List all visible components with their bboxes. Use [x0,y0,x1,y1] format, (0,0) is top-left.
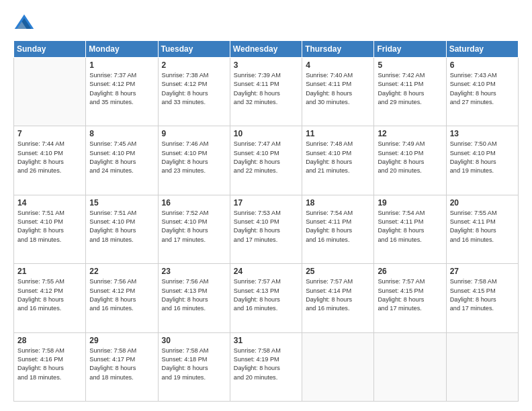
day-number: 9 [162,129,226,138]
header [13,12,519,34]
day-cell [374,332,446,401]
day-number: 1 [89,60,154,70]
day-number: 18 [306,198,370,208]
day-cell [302,332,374,401]
day-cell: 1Sunrise: 7:37 AM Sunset: 4:12 PM Daylig… [86,58,158,126]
day-info: Sunrise: 7:57 AM Sunset: 4:15 PM Dayligh… [378,277,442,313]
logo-icon [13,12,35,34]
day-number: 11 [306,129,370,138]
weekday-tuesday: Tuesday [158,41,230,58]
day-cell: 21Sunrise: 7:55 AM Sunset: 4:12 PM Dayli… [14,264,86,332]
day-info: Sunrise: 7:40 AM Sunset: 4:11 PM Dayligh… [306,71,370,107]
day-info: Sunrise: 7:54 AM Sunset: 4:11 PM Dayligh… [306,209,370,244]
day-cell: 13Sunrise: 7:50 AM Sunset: 4:10 PM Dayli… [446,126,518,195]
day-info: Sunrise: 7:47 AM Sunset: 4:10 PM Dayligh… [234,140,298,175]
day-info: Sunrise: 7:51 AM Sunset: 4:10 PM Dayligh… [17,209,82,244]
day-info: Sunrise: 7:42 AM Sunset: 4:11 PM Dayligh… [378,71,442,107]
day-cell: 27Sunrise: 7:58 AM Sunset: 4:15 PM Dayli… [446,264,518,332]
weekday-thursday: Thursday [302,41,374,58]
day-number: 24 [234,267,298,276]
day-cell: 26Sunrise: 7:57 AM Sunset: 4:15 PM Dayli… [374,264,446,332]
day-info: Sunrise: 7:58 AM Sunset: 4:16 PM Dayligh… [17,347,82,382]
day-cell [14,58,86,126]
weekday-saturday: Saturday [446,41,518,58]
day-info: Sunrise: 7:54 AM Sunset: 4:11 PM Dayligh… [378,209,442,244]
day-cell: 28Sunrise: 7:58 AM Sunset: 4:16 PM Dayli… [14,332,86,401]
day-cell: 24Sunrise: 7:57 AM Sunset: 4:13 PM Dayli… [230,264,302,332]
day-number: 10 [234,129,298,138]
day-cell: 18Sunrise: 7:54 AM Sunset: 4:11 PM Dayli… [302,195,374,263]
weekday-header-row: SundayMondayTuesdayWednesdayThursdayFrid… [14,41,519,58]
day-info: Sunrise: 7:58 AM Sunset: 4:19 PM Dayligh… [234,347,298,382]
day-cell: 8Sunrise: 7:45 AM Sunset: 4:10 PM Daylig… [86,126,158,195]
weekday-sunday: Sunday [14,41,86,58]
day-number: 26 [378,267,442,276]
day-number: 17 [234,198,298,208]
day-cell: 3Sunrise: 7:39 AM Sunset: 4:11 PM Daylig… [230,58,302,126]
week-row-5: 28Sunrise: 7:58 AM Sunset: 4:16 PM Dayli… [14,332,519,401]
weekday-friday: Friday [374,41,446,58]
day-number: 30 [162,336,226,345]
day-number: 20 [450,198,515,208]
day-cell: 5Sunrise: 7:42 AM Sunset: 4:11 PM Daylig… [374,58,446,126]
day-number: 21 [17,267,82,276]
day-info: Sunrise: 7:55 AM Sunset: 4:12 PM Dayligh… [17,277,82,313]
day-info: Sunrise: 7:55 AM Sunset: 4:11 PM Dayligh… [450,209,515,244]
day-info: Sunrise: 7:57 AM Sunset: 4:13 PM Dayligh… [234,277,298,313]
day-info: Sunrise: 7:49 AM Sunset: 4:10 PM Dayligh… [378,140,442,175]
day-number: 4 [306,60,370,70]
day-info: Sunrise: 7:46 AM Sunset: 4:10 PM Dayligh… [162,140,226,175]
day-cell: 25Sunrise: 7:57 AM Sunset: 4:14 PM Dayli… [302,264,374,332]
day-number: 22 [89,267,154,276]
day-number: 12 [378,129,442,138]
day-number: 25 [306,267,370,276]
calendar-table: SundayMondayTuesdayWednesdayThursdayFrid… [13,40,519,402]
day-number: 2 [162,60,226,70]
day-number: 19 [378,198,442,208]
day-cell: 23Sunrise: 7:56 AM Sunset: 4:13 PM Dayli… [158,264,230,332]
day-cell: 2Sunrise: 7:38 AM Sunset: 4:12 PM Daylig… [158,58,230,126]
day-info: Sunrise: 7:58 AM Sunset: 4:15 PM Dayligh… [450,277,515,313]
day-number: 14 [17,198,82,208]
day-number: 15 [89,198,154,208]
page: SundayMondayTuesdayWednesdayThursdayFrid… [0,0,532,411]
day-info: Sunrise: 7:37 AM Sunset: 4:12 PM Dayligh… [89,71,154,107]
day-number: 27 [450,267,515,276]
day-info: Sunrise: 7:45 AM Sunset: 4:10 PM Dayligh… [89,140,154,175]
day-info: Sunrise: 7:58 AM Sunset: 4:18 PM Dayligh… [162,347,226,382]
week-row-4: 21Sunrise: 7:55 AM Sunset: 4:12 PM Dayli… [14,264,519,332]
day-info: Sunrise: 7:38 AM Sunset: 4:12 PM Dayligh… [162,71,226,107]
day-info: Sunrise: 7:56 AM Sunset: 4:12 PM Dayligh… [89,277,154,313]
day-cell: 22Sunrise: 7:56 AM Sunset: 4:12 PM Dayli… [86,264,158,332]
day-number: 23 [162,267,226,276]
day-info: Sunrise: 7:52 AM Sunset: 4:10 PM Dayligh… [162,209,226,244]
day-cell: 10Sunrise: 7:47 AM Sunset: 4:10 PM Dayli… [230,126,302,195]
day-number: 7 [17,129,82,138]
day-cell: 11Sunrise: 7:48 AM Sunset: 4:10 PM Dayli… [302,126,374,195]
day-cell: 16Sunrise: 7:52 AM Sunset: 4:10 PM Dayli… [158,195,230,263]
day-cell: 14Sunrise: 7:51 AM Sunset: 4:10 PM Dayli… [14,195,86,263]
day-info: Sunrise: 7:48 AM Sunset: 4:10 PM Dayligh… [306,140,370,175]
day-cell: 7Sunrise: 7:44 AM Sunset: 4:10 PM Daylig… [14,126,86,195]
day-number: 3 [234,60,298,70]
day-info: Sunrise: 7:58 AM Sunset: 4:17 PM Dayligh… [89,347,154,382]
logo [13,12,38,34]
day-cell: 20Sunrise: 7:55 AM Sunset: 4:11 PM Dayli… [446,195,518,263]
week-row-3: 14Sunrise: 7:51 AM Sunset: 4:10 PM Dayli… [14,195,519,263]
weekday-monday: Monday [86,41,158,58]
weekday-wednesday: Wednesday [230,41,302,58]
day-info: Sunrise: 7:56 AM Sunset: 4:13 PM Dayligh… [162,277,226,313]
day-cell: 19Sunrise: 7:54 AM Sunset: 4:11 PM Dayli… [374,195,446,263]
day-cell: 29Sunrise: 7:58 AM Sunset: 4:17 PM Dayli… [86,332,158,401]
day-cell: 6Sunrise: 7:43 AM Sunset: 4:10 PM Daylig… [446,58,518,126]
day-cell [446,332,518,401]
day-info: Sunrise: 7:43 AM Sunset: 4:10 PM Dayligh… [450,71,515,107]
day-info: Sunrise: 7:57 AM Sunset: 4:14 PM Dayligh… [306,277,370,313]
day-number: 31 [234,336,298,345]
day-number: 8 [89,129,154,138]
day-number: 5 [378,60,442,70]
day-info: Sunrise: 7:50 AM Sunset: 4:10 PM Dayligh… [450,140,515,175]
day-cell: 4Sunrise: 7:40 AM Sunset: 4:11 PM Daylig… [302,58,374,126]
day-info: Sunrise: 7:53 AM Sunset: 4:10 PM Dayligh… [234,209,298,244]
day-number: 6 [450,60,515,70]
